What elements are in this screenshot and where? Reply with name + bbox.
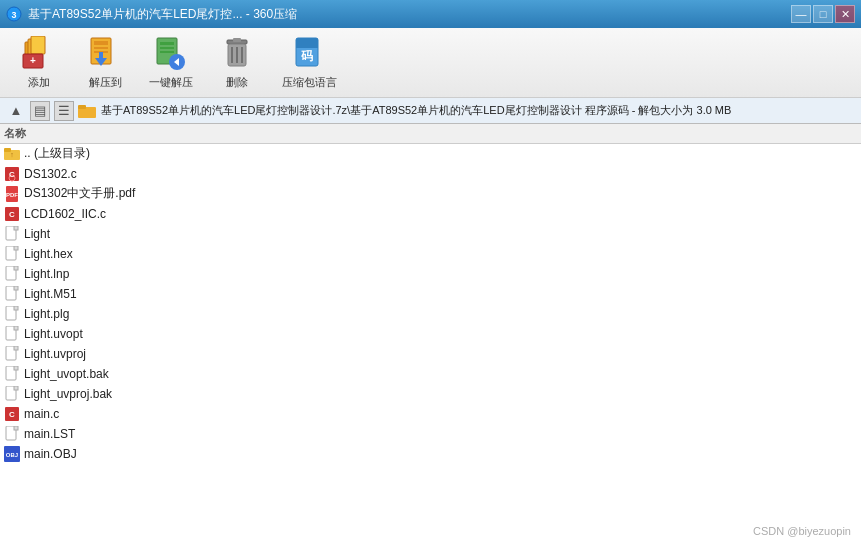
svg-text:C: C — [9, 170, 15, 179]
view-btn2[interactable]: ☰ — [54, 101, 74, 121]
file-name: main.OBJ — [24, 447, 77, 461]
svg-rect-58 — [14, 326, 18, 330]
svg-rect-27 — [296, 44, 318, 48]
list-item[interactable]: Light.uvproj — [0, 344, 861, 364]
svg-rect-12 — [99, 52, 103, 60]
generic-file-icon — [4, 266, 20, 282]
address-bar: ▲ ▤ ☰ 基于AT89S52单片机的汽车LED尾灯控制器设计.7z\基于AT8… — [0, 98, 861, 124]
extract-button[interactable]: 解压到 — [76, 33, 134, 93]
file-name: LCD1602_IIC.c — [24, 207, 106, 221]
svg-rect-55 — [14, 306, 18, 310]
add-icon: + — [21, 36, 57, 72]
list-item[interactable]: Light — [0, 224, 861, 244]
compress-lang-button[interactable]: 码 压缩包语言 — [274, 33, 344, 93]
svg-rect-64 — [14, 366, 18, 370]
folder-up-icon: ↑ — [4, 146, 20, 162]
file-name: Light — [24, 227, 50, 241]
generic-file-icon — [4, 226, 20, 242]
file-name: main.c — [24, 407, 59, 421]
svg-rect-46 — [14, 246, 18, 250]
list-item[interactable]: Light.M51 — [0, 284, 861, 304]
file-name: Light.lnp — [24, 267, 69, 281]
title-bar: 3 基于AT89S52单片机的汽车LED尾灯控... - 360压缩 — □ ✕ — [0, 0, 861, 28]
file-name: Light.uvproj — [24, 347, 86, 361]
list-item[interactable]: PDF DS1302中文手册.pdf — [0, 184, 861, 204]
svg-text:PDF: PDF — [6, 192, 18, 198]
back-button[interactable]: ▲ — [6, 101, 26, 121]
generic-file-icon — [4, 246, 20, 262]
svg-text:3: 3 — [11, 10, 16, 20]
generic-file-icon — [4, 426, 20, 442]
lang-icon: 码 — [291, 36, 327, 72]
pdf-icon: PDF — [4, 186, 20, 202]
view-btn1[interactable]: ▤ — [30, 101, 50, 121]
obj-icon: OBJ — [4, 446, 20, 462]
svg-text:↑: ↑ — [10, 151, 14, 158]
onekey-button[interactable]: 一键解压 — [142, 33, 200, 93]
close-button[interactable]: ✕ — [835, 5, 855, 23]
svg-rect-49 — [14, 266, 18, 270]
toolbar: + 添加 解压到 — [0, 28, 861, 98]
app-icon: 3 — [6, 6, 22, 22]
svg-rect-52 — [14, 286, 18, 290]
list-item[interactable]: C DS1302.c — [0, 164, 861, 184]
main-content: 名称 ↑ .. (上级目录) — [0, 124, 861, 545]
c-icon: C — [4, 206, 20, 222]
list-item[interactable]: OBJ main.OBJ — [0, 444, 861, 464]
svg-rect-72 — [14, 426, 18, 430]
file-name: Light_uvopt.bak — [24, 367, 109, 381]
svg-rect-8 — [94, 41, 108, 45]
svg-text:C: C — [9, 210, 15, 219]
svg-rect-20 — [233, 38, 241, 42]
file-name: Light.hex — [24, 247, 73, 261]
list-item[interactable]: Light_uvopt.bak — [0, 364, 861, 384]
generic-file-icon — [4, 346, 20, 362]
onekey-icon — [153, 36, 189, 72]
list-item[interactable]: C LCD1602_IIC.c — [0, 204, 861, 224]
file-area[interactable]: ↑ .. (上级目录) C DS1302.c — [0, 144, 861, 545]
svg-rect-4 — [31, 36, 45, 54]
svg-rect-30 — [78, 105, 86, 109]
generic-file-icon — [4, 386, 20, 402]
list-item[interactable]: Light.hex — [0, 244, 861, 264]
list-item[interactable]: Light.plg — [0, 304, 861, 324]
add-button[interactable]: + 添加 — [10, 33, 68, 93]
file-name: Light.uvopt — [24, 327, 83, 341]
extract-icon — [87, 36, 123, 72]
generic-file-icon — [4, 286, 20, 302]
list-item[interactable]: main.LST — [0, 424, 861, 444]
list-item[interactable]: Light.uvopt — [0, 324, 861, 344]
svg-rect-16 — [160, 51, 174, 53]
window-controls: — □ ✕ — [791, 5, 855, 23]
svg-rect-9 — [94, 47, 108, 49]
list-item[interactable]: ↑ .. (上级目录) — [0, 144, 861, 164]
file-name: DS1302.c — [24, 167, 77, 181]
svg-rect-43 — [14, 226, 18, 230]
window-title: 基于AT89S52单片机的汽车LED尾灯控... - 360压缩 — [28, 6, 785, 23]
svg-text:OBJ: OBJ — [6, 452, 18, 458]
svg-rect-61 — [14, 346, 18, 350]
file-name: DS1302中文手册.pdf — [24, 185, 135, 202]
generic-file-icon — [4, 326, 20, 342]
file-list-header: 名称 — [0, 124, 861, 144]
svg-text:+: + — [30, 55, 36, 66]
list-item[interactable]: Light_uvproj.bak — [0, 384, 861, 404]
onekey-label: 一键解压 — [149, 75, 193, 90]
watermark: CSDN @biyezuopin — [753, 525, 851, 537]
svg-text:码: 码 — [300, 49, 313, 63]
svg-rect-67 — [14, 386, 18, 390]
list-item[interactable]: C main.c — [0, 404, 861, 424]
file-name: .. (上级目录) — [24, 145, 90, 162]
svg-rect-14 — [160, 42, 174, 45]
delete-button[interactable]: 删除 — [208, 33, 266, 93]
delete-label: 删除 — [226, 75, 248, 90]
file-name: Light_uvproj.bak — [24, 387, 112, 401]
maximize-button[interactable]: □ — [813, 5, 833, 23]
minimize-button[interactable]: — — [791, 5, 811, 23]
list-item[interactable]: Light.lnp — [0, 264, 861, 284]
file-name: main.LST — [24, 427, 75, 441]
lang-label: 压缩包语言 — [282, 75, 337, 90]
svg-text:C: C — [9, 410, 15, 419]
extract-label: 解压到 — [89, 75, 122, 90]
svg-rect-15 — [160, 47, 174, 49]
